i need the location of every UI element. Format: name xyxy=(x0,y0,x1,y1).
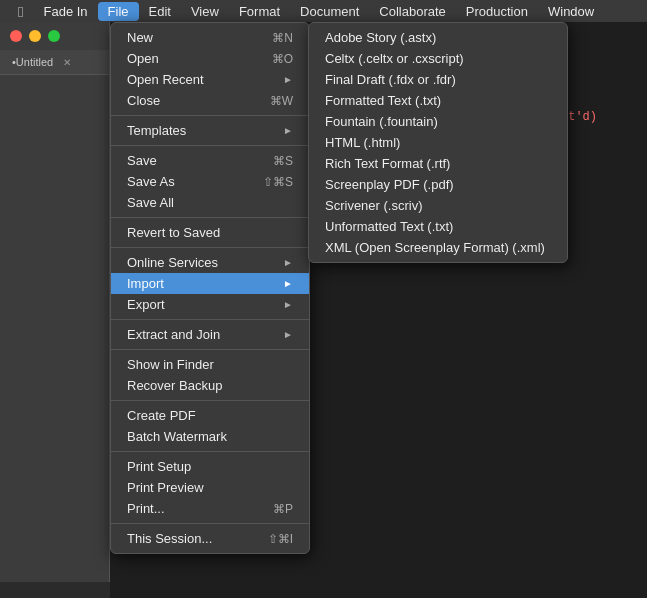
tab-bar: •Untitled ✕ xyxy=(0,50,109,75)
shortcut-print: ⌘P xyxy=(273,502,293,516)
window-controls xyxy=(0,22,109,50)
import-scrivener[interactable]: Scrivener (.scriv) xyxy=(309,195,567,216)
submenu-arrow-extract-join: ► xyxy=(283,329,293,340)
menubar-collaborate[interactable]: Collaborate xyxy=(369,2,456,21)
menubar:  Fade In File Edit View Format Document… xyxy=(0,0,647,22)
separator-5 xyxy=(111,319,309,320)
menu-item-open-recent[interactable]: Open Recent ► xyxy=(111,69,309,90)
submenu-arrow-export: ► xyxy=(283,299,293,310)
menu-item-batch-watermark[interactable]: Batch Watermark xyxy=(111,426,309,447)
menu-item-print-preview[interactable]: Print Preview xyxy=(111,477,309,498)
menu-item-revert[interactable]: Revert to Saved xyxy=(111,222,309,243)
shortcut-close: ⌘W xyxy=(270,94,293,108)
import-unformatted-text[interactable]: Unformatted Text (.txt) xyxy=(309,216,567,237)
shortcut-new: ⌘N xyxy=(272,31,293,45)
import-rtf[interactable]: Rich Text Format (.rtf) xyxy=(309,153,567,174)
menu-item-open[interactable]: Open ⌘O xyxy=(111,48,309,69)
file-menu: New ⌘N Open ⌘O Open Recent ► Close ⌘W Te… xyxy=(110,22,310,554)
menu-item-export[interactable]: Export ► xyxy=(111,294,309,315)
menu-item-save-all[interactable]: Save All xyxy=(111,192,309,213)
shortcut-open: ⌘O xyxy=(272,52,293,66)
separator-1 xyxy=(111,115,309,116)
menu-item-online-services[interactable]: Online Services ► xyxy=(111,252,309,273)
tab-untitled[interactable]: •Untitled xyxy=(6,54,59,70)
import-fountain[interactable]: Fountain (.fountain) xyxy=(309,111,567,132)
menu-item-templates[interactable]: Templates ► xyxy=(111,120,309,141)
submenu-arrow-templates: ► xyxy=(283,125,293,136)
shortcut-this-session: ⇧⌘I xyxy=(268,532,293,546)
import-html[interactable]: HTML (.html) xyxy=(309,132,567,153)
separator-2 xyxy=(111,145,309,146)
import-celtx[interactable]: Celtx (.celtx or .cxscript) xyxy=(309,48,567,69)
menu-item-create-pdf[interactable]: Create PDF xyxy=(111,405,309,426)
tab-close-button[interactable]: ✕ xyxy=(63,57,71,68)
menubar-production[interactable]: Production xyxy=(456,2,538,21)
import-final-draft[interactable]: Final Draft (.fdx or .fdr) xyxy=(309,69,567,90)
separator-6 xyxy=(111,349,309,350)
import-xml[interactable]: XML (Open Screenplay Format) (.xml) xyxy=(309,237,567,258)
menu-item-extract-join[interactable]: Extract and Join ► xyxy=(111,324,309,345)
submenu-arrow-open-recent: ► xyxy=(283,74,293,85)
import-formatted-text[interactable]: Formatted Text (.txt) xyxy=(309,90,567,111)
import-submenu: Adobe Story (.astx) Celtx (.celtx or .cx… xyxy=(308,22,568,263)
import-screenplay-pdf[interactable]: Screenplay PDF (.pdf) xyxy=(309,174,567,195)
menu-item-print-setup[interactable]: Print Setup xyxy=(111,456,309,477)
menu-item-show-finder[interactable]: Show in Finder xyxy=(111,354,309,375)
shortcut-save-as: ⇧⌘S xyxy=(263,175,293,189)
menubar-fadein[interactable]: Fade In xyxy=(33,2,97,21)
apple-menu[interactable]:  xyxy=(8,3,33,20)
menu-item-save[interactable]: Save ⌘S xyxy=(111,150,309,171)
separator-9 xyxy=(111,523,309,524)
menubar-format[interactable]: Format xyxy=(229,2,290,21)
menu-item-this-session[interactable]: This Session... ⇧⌘I xyxy=(111,528,309,549)
menubar-window[interactable]: Window xyxy=(538,2,604,21)
submenu-arrow-import: ► xyxy=(283,278,293,289)
submenu-arrow-online-services: ► xyxy=(283,257,293,268)
minimize-button[interactable] xyxy=(29,30,41,42)
menu-item-import[interactable]: Import ► xyxy=(111,273,309,294)
menubar-edit[interactable]: Edit xyxy=(139,2,181,21)
separator-4 xyxy=(111,247,309,248)
menubar-view[interactable]: View xyxy=(181,2,229,21)
shortcut-save: ⌘S xyxy=(273,154,293,168)
sidebar: •Untitled ✕ xyxy=(0,22,110,582)
menu-item-print[interactable]: Print... ⌘P xyxy=(111,498,309,519)
menu-item-new[interactable]: New ⌘N xyxy=(111,27,309,48)
close-button[interactable] xyxy=(10,30,22,42)
separator-3 xyxy=(111,217,309,218)
separator-8 xyxy=(111,451,309,452)
menu-item-save-as[interactable]: Save As ⇧⌘S xyxy=(111,171,309,192)
menu-item-close[interactable]: Close ⌘W xyxy=(111,90,309,111)
menu-item-recover-backup[interactable]: Recover Backup xyxy=(111,375,309,396)
maximize-button[interactable] xyxy=(48,30,60,42)
import-adobe-story[interactable]: Adobe Story (.astx) xyxy=(309,27,567,48)
menubar-document[interactable]: Document xyxy=(290,2,369,21)
menubar-file[interactable]: File xyxy=(98,2,139,21)
separator-7 xyxy=(111,400,309,401)
